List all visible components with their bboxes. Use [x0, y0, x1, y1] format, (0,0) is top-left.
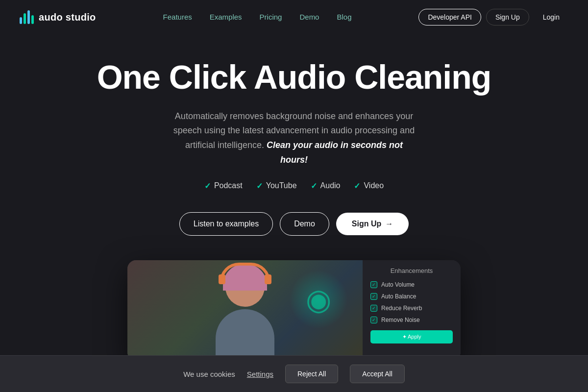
cookie-message: We use cookies	[183, 370, 235, 378]
check-icon-audio: ✓	[311, 181, 317, 191]
cookie-settings-button[interactable]: Settings	[247, 370, 273, 378]
nav-item-pricing[interactable]: Pricing	[260, 13, 282, 21]
logo-bar-1	[20, 17, 22, 24]
checkbox-remove-noise[interactable]	[370, 317, 377, 323]
label-auto-balance: Auto Balance	[381, 293, 416, 300]
apply-button[interactable]: ✦ Apply	[370, 330, 453, 343]
listen-examples-button[interactable]: Listen to examples	[179, 212, 273, 236]
logo-bar-4	[31, 15, 34, 24]
cookie-banner: We use cookies Settings Reject All Accep…	[0, 355, 588, 392]
label-auto-volume: Auto Volume	[381, 281, 415, 288]
enhancement-remove-noise: Remove Noise	[370, 317, 453, 323]
label-remove-noise: Remove Noise	[381, 317, 420, 323]
badge-youtube-label: YouTube	[266, 181, 297, 190]
developer-api-button[interactable]: Developer API	[418, 9, 481, 25]
person-figure	[206, 268, 284, 361]
logo[interactable]: audo studio	[20, 10, 96, 24]
hero-section: One Click Audio Cleaning Automatically r…	[0, 34, 588, 375]
video-section: ◉	[127, 260, 363, 361]
accept-all-button[interactable]: Accept All	[350, 365, 404, 383]
headphones	[220, 263, 270, 282]
reject-all-button[interactable]: Reject All	[285, 365, 338, 383]
logo-bar-2	[24, 13, 26, 24]
nav-item-features[interactable]: Features	[163, 13, 192, 21]
badge-video: ✓ Video	[354, 181, 384, 191]
glow-bg: ◉	[289, 270, 348, 329]
nav-actions: Developer API Sign Up Login	[418, 9, 568, 25]
logo-bar-3	[27, 10, 30, 24]
nav-item-demo[interactable]: Demo	[299, 13, 319, 21]
badge-podcast-label: Podcast	[214, 181, 243, 190]
enhancement-auto-balance: Auto Balance	[370, 293, 453, 300]
login-nav-button[interactable]: Login	[534, 9, 568, 25]
app-inner: ◉ Enhancements Au	[127, 260, 461, 361]
navbar: audo studio Features Examples Pricing De…	[0, 0, 588, 34]
feature-badges: ✓ Podcast ✓ YouTube ✓ Audio ✓ Video	[10, 181, 578, 191]
signup-hero-label: Sign Up	[352, 220, 381, 228]
nav-links: Features Examples Pricing Demo Blog	[163, 13, 352, 22]
signup-hero-arrow: →	[385, 220, 393, 228]
person-body	[216, 309, 274, 361]
cta-buttons: Listen to examples Demo Sign Up →	[10, 212, 578, 236]
logo-text: audo studio	[39, 12, 96, 23]
checkbox-auto-volume[interactable]	[370, 281, 377, 288]
label-reduce-reverb: Reduce Reverb	[381, 305, 422, 312]
hero-subtitle: Automatically removes background noise a…	[172, 109, 416, 168]
person-head	[225, 268, 265, 307]
video-placeholder: ◉	[127, 260, 363, 361]
hero-title: One Click Audio Cleaning	[10, 59, 578, 96]
badge-youtube: ✓ YouTube	[256, 181, 297, 191]
badge-audio: ✓ Audio	[311, 181, 341, 191]
enhancement-auto-volume: Auto Volume	[370, 281, 453, 288]
check-icon-video: ✓	[354, 181, 360, 191]
enhancements-title: Enhancements	[370, 267, 453, 274]
app-preview: ◉ Enhancements Au	[127, 260, 461, 361]
checkbox-reduce-reverb[interactable]	[370, 305, 377, 312]
signup-nav-button[interactable]: Sign Up	[486, 9, 529, 25]
hero-subtitle-bold: Clean your audio in seconds not hours!	[267, 140, 403, 165]
check-icon-podcast: ✓	[204, 181, 211, 191]
badge-audio-label: Audio	[320, 181, 341, 190]
badge-video-label: Video	[364, 181, 384, 190]
glow-symbol: ◉	[306, 282, 331, 317]
signup-hero-button[interactable]: Sign Up →	[336, 213, 409, 235]
enhancements-panel: Enhancements Auto Volume Auto Balance Re…	[363, 260, 461, 361]
badge-podcast: ✓ Podcast	[204, 181, 243, 191]
nav-item-examples[interactable]: Examples	[210, 13, 242, 21]
checkbox-auto-balance[interactable]	[370, 293, 377, 300]
check-icon-youtube: ✓	[256, 181, 263, 191]
logo-icon	[20, 10, 34, 24]
nav-item-blog[interactable]: Blog	[337, 13, 351, 21]
demo-button[interactable]: Demo	[280, 212, 329, 236]
enhancement-reduce-reverb: Reduce Reverb	[370, 305, 453, 312]
